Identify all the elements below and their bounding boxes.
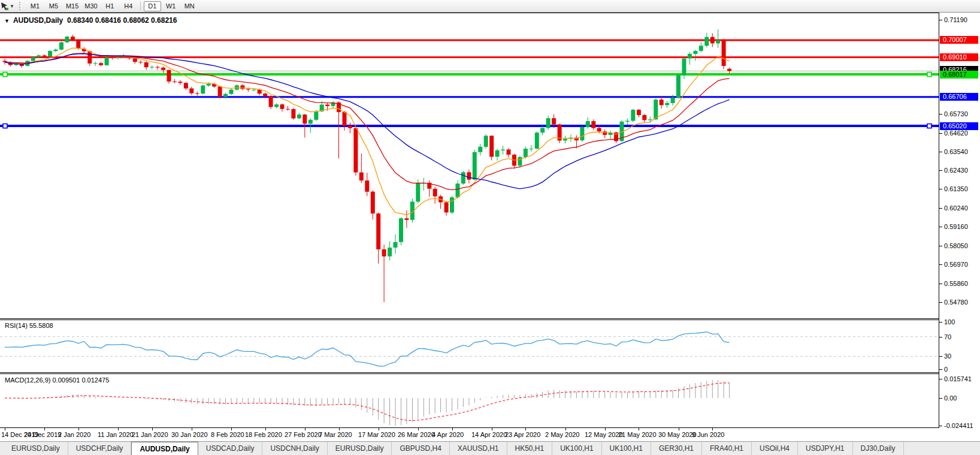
date-tick-label: 17 Mar 2020 xyxy=(358,431,395,438)
chart-tab-eurusd-daily[interactable]: EURUSD,Daily xyxy=(328,442,392,455)
date-tick xyxy=(418,428,419,430)
price-tick xyxy=(939,20,942,20)
chart-tab-dj30-daily[interactable]: DJ30,Daily xyxy=(853,442,904,455)
chart-tab-usdcnh-daily[interactable]: USDCNH,Daily xyxy=(262,442,327,455)
date-tick xyxy=(231,428,232,430)
line-handle xyxy=(3,124,7,128)
cursor-tool-icon[interactable] xyxy=(0,2,9,11)
price-tick-label: 0.71190 xyxy=(944,16,967,23)
chart-window: ▼AUDUSD,Daily 0.68340 0.68416 0.68062 0.… xyxy=(0,13,980,441)
macd-tick xyxy=(939,398,942,399)
timeframe-button-w1[interactable]: W1 xyxy=(162,1,180,11)
date-tick-label: 30 Jan 2020 xyxy=(171,431,208,438)
date-tick xyxy=(379,428,379,430)
chart-tab-fra40-h1[interactable]: FRA40,H1 xyxy=(702,442,752,455)
hline-price-badge: 0.69010 xyxy=(940,53,978,61)
hline-price-badge: 0.68017 xyxy=(940,71,978,79)
price-tick-label: 0.56970 xyxy=(944,261,968,268)
date-tick-label: 26 Mar 2020 xyxy=(398,431,435,438)
price-tick xyxy=(939,246,942,246)
chart-title: ▼AUDUSD,Daily 0.68340 0.68416 0.68062 0.… xyxy=(4,16,177,25)
date-tick xyxy=(152,428,153,430)
hline-price-badge: 0.66706 xyxy=(940,93,978,101)
rsi-tick-label: 30 xyxy=(944,352,951,360)
chart-tab-usoil-h4[interactable]: USOil,H4 xyxy=(752,442,798,455)
macd-tick-label: 0.015741 xyxy=(944,375,972,382)
price-tick xyxy=(939,302,942,303)
date-tick-label: 12 May 2020 xyxy=(585,431,623,438)
date-tick-label: 23 Apr 2020 xyxy=(505,431,540,438)
date-tick xyxy=(712,428,713,430)
timeframe-button-m15[interactable]: M15 xyxy=(63,1,81,11)
rsi-tick-label: 0 xyxy=(944,366,948,373)
chart-tab-hk50-h1[interactable]: HK50,H1 xyxy=(507,442,553,455)
timeframe-button-m5[interactable]: M5 xyxy=(45,1,62,11)
chart-ohlc-values: 0.68340 0.68416 0.68062 0.68216 xyxy=(67,16,177,25)
rsi-tick xyxy=(939,369,942,370)
hline-price-badge: 0.65020 xyxy=(940,122,978,130)
chart-tab-uk100-h1[interactable]: UK100,H1 xyxy=(602,442,651,455)
rsi-tick xyxy=(939,322,942,323)
chart-symbol: AUDUSD,Daily xyxy=(13,16,63,25)
chart-tab-ger30-h1[interactable]: GER30,H1 xyxy=(651,442,702,455)
chart-tab-uk100-h1[interactable]: UK100,H1 xyxy=(552,442,601,455)
hline-price-badge: 0.70007 xyxy=(940,36,978,44)
line-handle xyxy=(927,73,931,77)
chart-tab-eurusd-daily[interactable]: EURUSD,Daily xyxy=(4,442,68,455)
timeframe-button-mn[interactable]: MN xyxy=(181,1,198,11)
rsi-tick xyxy=(939,337,942,338)
timeframe-button-m30[interactable]: M30 xyxy=(82,1,99,11)
date-tick-label: 9 Jun 2020 xyxy=(692,431,724,438)
chevron-down-icon[interactable]: ▼ xyxy=(10,4,14,9)
date-tick xyxy=(492,428,492,430)
price-tick-label: 0.63540 xyxy=(944,148,968,155)
price-tick-label: 0.62430 xyxy=(944,167,968,174)
timeframe-button-h4[interactable]: H4 xyxy=(120,1,137,11)
rsi-tick-label: 70 xyxy=(944,333,951,341)
date-tick-label: 2 May 2020 xyxy=(545,431,579,438)
date-tick-label: 27 Feb 2020 xyxy=(285,431,322,438)
price-tick-label: 0.54780 xyxy=(944,299,968,306)
date-tick xyxy=(305,428,306,430)
price-tick-label: 0.59160 xyxy=(944,223,968,230)
timeframe-button-m1[interactable]: M1 xyxy=(26,1,44,11)
price-tick xyxy=(939,133,942,134)
chart-tab-xauusd-h1[interactable]: XAUUSD,H1 xyxy=(450,442,507,455)
price-tick xyxy=(939,264,942,265)
date-tick xyxy=(265,428,266,430)
date-tick-label: 4 Apr 2020 xyxy=(432,431,464,438)
price-tick xyxy=(939,170,942,171)
price-tick-label: 0.58050 xyxy=(944,242,968,249)
price-tick xyxy=(939,208,942,209)
chart-tab-audusd-daily[interactable]: AUDUSD,Daily xyxy=(131,442,198,455)
rsi-label: RSI(14) 55.5808 xyxy=(5,322,53,329)
timeframe-button-d1[interactable]: D1 xyxy=(144,1,161,11)
date-tick xyxy=(339,428,340,430)
price-tick xyxy=(939,284,942,284)
date-tick xyxy=(78,428,79,430)
chart-tab-usdchf-daily[interactable]: USDCHF,Daily xyxy=(68,442,132,455)
date-tick-label: 14 Apr 2020 xyxy=(471,431,507,438)
chart-tab-gbpusd-h4[interactable]: GBPUSD,H4 xyxy=(392,442,449,455)
timeframe-toolbar: ▼ M1M5M15M30H1H4D1W1MN xyxy=(0,0,980,13)
chart-canvas[interactable] xyxy=(0,13,939,429)
date-tick xyxy=(452,428,453,430)
timeframe-button-h1[interactable]: H1 xyxy=(101,1,119,11)
date-tick xyxy=(5,428,5,430)
date-tick xyxy=(679,428,679,430)
mt4-chart-app: ▼ M1M5M15M30H1H4D1W1MN ▼AUDUSD,Daily 0.6… xyxy=(0,0,980,455)
rsi-tick xyxy=(939,356,942,357)
macd-tick-label: 0.00 xyxy=(944,394,957,402)
macd-label: MACD(12,26,9) 0.009501 0.012475 xyxy=(5,376,109,384)
date-tick-label: 11 Jan 2020 xyxy=(98,431,134,438)
collapse-icon[interactable]: ▼ xyxy=(4,18,10,24)
date-tick-label: 21 May 2020 xyxy=(618,431,657,438)
macd-tick xyxy=(939,379,942,379)
rsi-tick-label: 100 xyxy=(944,318,955,326)
price-tick xyxy=(939,189,942,189)
price-tick-label: 0.65730 xyxy=(944,110,968,117)
chart-tab-usdcad-daily[interactable]: USDCAD,Daily xyxy=(198,442,263,455)
line-handle xyxy=(927,124,931,128)
date-tick-label: 24 Dec 2019 xyxy=(24,431,61,438)
chart-tab-usdjpy-h1[interactable]: USDJPY,H1 xyxy=(798,442,852,455)
